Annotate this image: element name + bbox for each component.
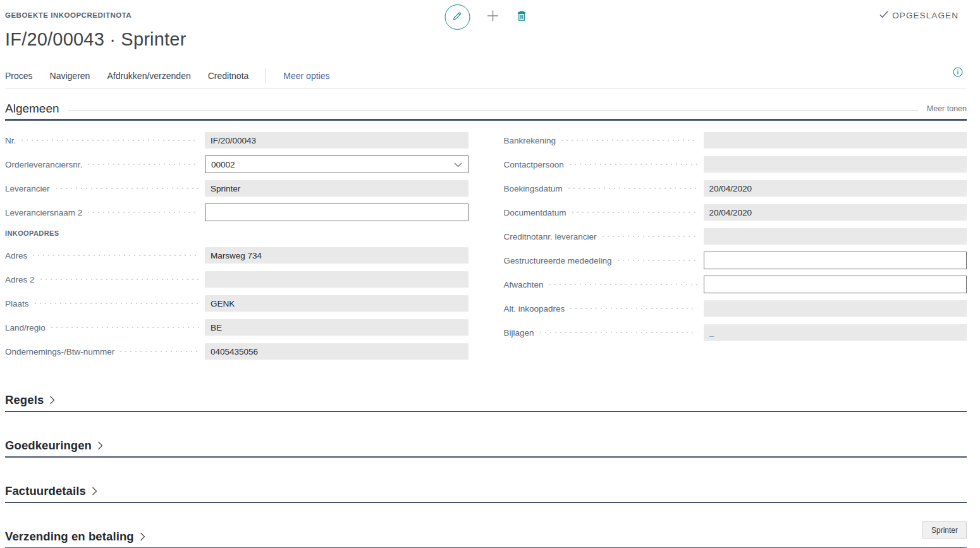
menu-item-navigeren[interactable]: Navigeren xyxy=(50,71,90,81)
field-label: Gestructureerde mededeling xyxy=(504,256,612,265)
btw-nummer-field: 0405435056 xyxy=(205,343,469,360)
alt-inkoopadres-field xyxy=(704,300,967,317)
field-row-leveranciersnaam-2: Leveranciersnaam 2 xyxy=(5,204,469,221)
leverancier-field: Sprinter xyxy=(205,180,469,197)
field-label: Adres xyxy=(5,251,27,260)
orderleveranciersnr-combobox[interactable]: 00002 xyxy=(205,155,469,173)
field-label: Contactpersoon xyxy=(504,160,564,169)
chevron-right-icon xyxy=(49,396,55,405)
check-icon xyxy=(879,11,888,20)
info-icon xyxy=(953,69,963,79)
field-label: Adres 2 xyxy=(5,275,35,284)
bijlagen-field: _ xyxy=(704,324,967,341)
dotted-leader xyxy=(561,140,697,141)
chevron-down-icon xyxy=(454,160,462,169)
general-left-column: Nr. IF/20/00043 Orderleveranciersnr. 000… xyxy=(5,132,469,367)
field-row-alt-inkoopadres: Alt. inkoopadres xyxy=(504,300,967,317)
plaats-field: GENK xyxy=(205,295,469,312)
more-options-button[interactable]: Meer opties xyxy=(283,71,329,81)
goedkeuringen-section-header[interactable]: Goedkeuringen xyxy=(5,439,967,458)
documentdatum-field: 20/04/2020 xyxy=(704,204,967,221)
general-section-title: Algemeen xyxy=(5,102,59,116)
section-rule xyxy=(68,110,918,111)
field-row-orderleveranciersnr: Orderleveranciersnr. 00002 xyxy=(5,156,469,173)
info-button[interactable] xyxy=(953,67,963,79)
combobox-value: 00002 xyxy=(211,160,454,169)
field-label: Creditnotanr. leverancier xyxy=(504,232,597,241)
posted-purchase-credit-memo-page: GEBOEKTE INKOOPCREDITNOTA xyxy=(0,0,980,548)
field-row-bankrekening: Bankrekening xyxy=(504,132,967,149)
menu-item-afdrukken-verzenden[interactable]: Afdrukken/verzenden xyxy=(107,71,190,81)
dotted-leader xyxy=(88,164,199,165)
dotted-leader xyxy=(568,188,697,189)
plus-icon xyxy=(485,8,500,26)
dotted-leader xyxy=(21,140,199,141)
field-label: Leveranciersnaam 2 xyxy=(5,208,82,217)
land-regio-field: BE xyxy=(205,319,469,336)
edit-button[interactable] xyxy=(444,4,470,30)
factuurdetails-section-title: Factuurdetails xyxy=(5,484,86,498)
field-row-nr: Nr. IF/20/00043 xyxy=(5,132,469,149)
dotted-leader xyxy=(56,188,199,189)
field-label: Ondernemings-/Btw-nummer xyxy=(5,347,114,356)
gestructureerde-mededeling-input[interactable] xyxy=(704,252,967,269)
regels-section-header[interactable]: Regels xyxy=(5,393,967,412)
action-menubar: Proces Navigeren Afdrukken/verzenden Cre… xyxy=(5,63,967,89)
field-row-creditnotanr-leverancier: Creditnotanr. leverancier xyxy=(504,228,967,245)
field-label: Documentdatum xyxy=(504,208,567,217)
menu-item-creditnota[interactable]: Creditnota xyxy=(208,71,249,81)
dotted-leader xyxy=(570,164,697,165)
boekingsdatum-field: 20/04/2020 xyxy=(704,180,967,197)
chevron-right-icon xyxy=(92,487,97,496)
dotted-leader xyxy=(35,303,199,304)
afwachten-input[interactable] xyxy=(704,276,967,293)
inkoopadres-group: INKOOPADRES xyxy=(5,228,469,238)
delete-button[interactable] xyxy=(515,9,527,25)
general-form: Nr. IF/20/00043 Orderleveranciersnr. 000… xyxy=(5,132,967,367)
new-button[interactable] xyxy=(485,8,500,26)
adres-2-field xyxy=(205,271,469,288)
menu-item-proces[interactable]: Proces xyxy=(5,71,33,81)
chevron-right-icon xyxy=(97,441,103,450)
nr-field: IF/20/00043 xyxy=(205,132,469,149)
trash-icon xyxy=(515,9,527,25)
dotted-leader xyxy=(33,255,199,256)
verzending-en-betaling-section-title: Verzending en betaling xyxy=(5,530,134,544)
dotted-leader xyxy=(572,212,697,213)
general-right-column: Bankrekening Contactpersoon Boekingsdatu… xyxy=(504,132,967,367)
save-status-label: OPGESLAGEN xyxy=(892,11,959,20)
field-row-contactpersoon: Contactpersoon xyxy=(504,156,967,173)
field-label: Bijlagen xyxy=(504,328,534,338)
field-label: Plaats xyxy=(5,299,29,308)
header-action-icons xyxy=(444,4,527,30)
creditnotanr-leverancier-field xyxy=(704,228,967,245)
verzending-en-betaling-section-header[interactable]: Verzending en betaling xyxy=(5,530,967,548)
bijlagen-link[interactable]: _ xyxy=(709,329,714,336)
regels-section-title: Regels xyxy=(5,393,44,407)
field-label: Orderleveranciersnr. xyxy=(5,160,82,169)
chevron-right-icon xyxy=(140,532,145,541)
field-label: Afwachten xyxy=(504,280,544,289)
field-label: Alt. inkoopadres xyxy=(504,304,565,314)
field-label: Boekingsdatum xyxy=(504,184,563,193)
field-label: Leverancier xyxy=(5,184,50,193)
general-section-header[interactable]: Algemeen Meer tonen xyxy=(5,102,967,121)
leveranciersnaam-2-input[interactable] xyxy=(205,204,469,221)
field-row-btw-nummer: Ondernemings-/Btw-nummer 0405435056 xyxy=(5,343,469,360)
dotted-leader xyxy=(540,332,697,333)
dotted-leader xyxy=(570,308,697,309)
contactpersoon-field xyxy=(704,156,967,173)
show-more-link[interactable]: Meer tonen xyxy=(927,104,967,113)
field-row-bijlagen: Bijlagen _ xyxy=(504,324,967,341)
field-row-afwachten: Afwachten xyxy=(504,276,967,293)
pencil-icon xyxy=(452,11,463,24)
field-label: Nr. xyxy=(5,136,16,145)
field-label: Bankrekening xyxy=(504,136,556,145)
field-tooltip: Sprinter xyxy=(922,521,967,539)
menu-divider xyxy=(266,68,266,83)
group-label: INKOOPADRES xyxy=(5,229,59,237)
factuurdetails-section-header[interactable]: Factuurdetails xyxy=(5,484,967,503)
field-row-plaats: Plaats GENK xyxy=(5,295,469,312)
dotted-leader xyxy=(120,351,199,352)
field-row-adres-2: Adres 2 xyxy=(5,271,469,288)
